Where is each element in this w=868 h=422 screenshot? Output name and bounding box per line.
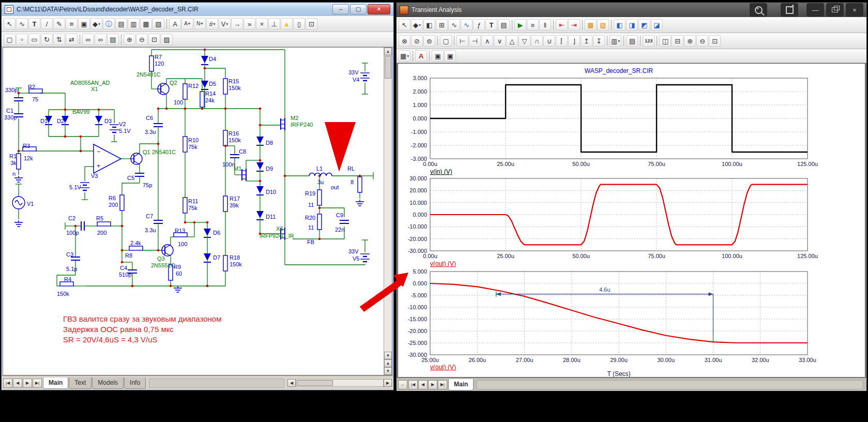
inflection-button[interactable]: ∩ bbox=[531, 35, 543, 47]
tab-main[interactable]: Main bbox=[448, 379, 474, 390]
go-up-button[interactable]: ↥ bbox=[581, 35, 592, 47]
scroll-down-button[interactable]: ▼ bbox=[384, 352, 392, 359]
image-button[interactable]: ▤ bbox=[115, 18, 127, 29]
last-tab-button[interactable]: ▶| bbox=[33, 379, 42, 388]
prev-tab-button[interactable]: ◀ bbox=[13, 379, 22, 388]
round-button[interactable]: ∪ bbox=[543, 35, 555, 47]
tile-horizontal-button[interactable]: ◧ bbox=[614, 19, 626, 31]
horizontal-scroll-track[interactable] bbox=[296, 379, 384, 387]
node-numbers-toggle[interactable]: N+ bbox=[194, 18, 206, 29]
graphics-mode[interactable]: ✎ bbox=[53, 18, 65, 29]
go-down-button[interactable]: ↧ bbox=[593, 35, 605, 47]
box-tool-button[interactable]: ▭ bbox=[28, 34, 40, 45]
zoom-scale-button[interactable]: ⊡ bbox=[148, 34, 160, 45]
zoom-overlay-button[interactable] bbox=[750, 3, 767, 17]
clipboard-dropdown[interactable]: ▥▾ bbox=[610, 35, 621, 47]
find-part-button[interactable]: ⊡ bbox=[306, 18, 317, 29]
flip-vertical-button[interactable]: ⇅ bbox=[53, 34, 65, 45]
flip-horizontal-button[interactable]: ⇄ bbox=[66, 34, 78, 45]
numeric-output-button[interactable]: 123 bbox=[643, 35, 654, 47]
find-button[interactable]: ∞ bbox=[82, 34, 94, 45]
high-button[interactable]: △ bbox=[506, 35, 518, 47]
cursor-right-button[interactable]: ⇥ bbox=[568, 19, 580, 31]
layer-front-button[interactable]: ▣ bbox=[432, 50, 444, 62]
low-button[interactable]: ▽ bbox=[519, 35, 530, 47]
cursor-x-button[interactable]: ⊗ bbox=[399, 35, 410, 47]
splitter-button[interactable]: – bbox=[398, 380, 407, 389]
zoom-out-button[interactable]: ⊖ bbox=[136, 34, 148, 45]
zoom-auto-button[interactable]: ⊡ bbox=[709, 35, 721, 47]
layer-back-button[interactable]: ▣ bbox=[444, 50, 456, 62]
scroll-left-button[interactable]: ◀ bbox=[287, 379, 296, 387]
graphics-dropdown[interactable]: ◆▾ bbox=[411, 19, 423, 31]
analysis-plot-area[interactable]: 3.0002.0001.0000.000-1.000-2.000-3.0000.… bbox=[398, 63, 865, 378]
scroll-right-button[interactable]: ▶ bbox=[384, 379, 392, 387]
power-toggle[interactable]: » bbox=[243, 18, 255, 29]
horizontal-scroll-thumb[interactable] bbox=[297, 380, 333, 386]
cursor-mode[interactable]: ∿ bbox=[448, 19, 460, 31]
tile-vertical-button[interactable]: ◨ bbox=[626, 19, 638, 31]
minimize-overlay-button[interactable]: — bbox=[806, 3, 824, 17]
attribute-text-toggle[interactable]: A bbox=[169, 18, 181, 29]
previous-point-button[interactable]: ⊣ bbox=[469, 35, 481, 47]
peak-button[interactable]: ∧ bbox=[481, 35, 493, 47]
zoom-in-button[interactable]: ⊕ bbox=[684, 35, 696, 47]
select-tool[interactable]: ↖ bbox=[4, 18, 16, 29]
form-button[interactable]: ▥ bbox=[128, 18, 140, 29]
schematic-canvas[interactable]: −+R7120D4D52N5401CQ2R12100R1424kR15150kA… bbox=[3, 47, 392, 375]
goto-button[interactable]: ▤ bbox=[107, 34, 119, 45]
formula-text-mode[interactable]: ƒ bbox=[473, 19, 485, 31]
stop-button[interactable]: ■ bbox=[527, 19, 539, 31]
text-mode[interactable]: T bbox=[485, 19, 497, 31]
maximize-button[interactable]: ▢ bbox=[350, 4, 367, 14]
schematic-horizontal-scrollbar[interactable]: ◀ ▶ bbox=[287, 379, 392, 387]
current-toggle[interactable]: → bbox=[231, 18, 243, 29]
close-overlay-button[interactable]: × bbox=[846, 3, 863, 17]
waveform-b-button[interactable]: ⊟ bbox=[672, 35, 683, 47]
vertical-scroll-track[interactable] bbox=[384, 79, 392, 352]
tab-models[interactable]: Models bbox=[92, 378, 124, 389]
bus-mode[interactable]: ≡ bbox=[66, 18, 78, 29]
properties-button[interactable]: ▤ bbox=[498, 19, 510, 31]
waveform-a-button[interactable]: ◫ bbox=[659, 35, 671, 47]
top-button[interactable]: ⌈ bbox=[556, 35, 568, 47]
pause-button[interactable]: ‖ bbox=[539, 19, 551, 31]
preview-button[interactable]: ▨ bbox=[161, 34, 173, 45]
minimize-button[interactable]: – bbox=[332, 4, 349, 14]
condition-toggle[interactable]: × bbox=[256, 18, 268, 29]
tab-main[interactable]: Main bbox=[43, 378, 68, 389]
run-button[interactable]: ▶ bbox=[514, 19, 526, 31]
first-tab-button[interactable]: |◀ bbox=[408, 380, 418, 389]
grid-dropdown[interactable]: ▦▾ bbox=[399, 50, 410, 62]
picture-mode[interactable]: ▣ bbox=[78, 18, 90, 29]
scroll-up-button[interactable]: ▲ bbox=[384, 48, 392, 55]
pin-connections-toggle[interactable]: #▾ bbox=[206, 18, 218, 29]
schematic-vertical-scrollbar[interactable]: ▲ ▼ ▲ ▼ bbox=[384, 48, 392, 375]
tab-text[interactable]: Text bbox=[69, 378, 92, 389]
page-up-button[interactable]: ▲ bbox=[384, 359, 392, 367]
zoom-box-mode[interactable]: ◧ bbox=[423, 19, 435, 31]
valley-button[interactable]: ∨ bbox=[494, 35, 506, 47]
zoom-out-button[interactable]: ⊖ bbox=[696, 35, 708, 47]
maximize-plot-button[interactable]: ◪ bbox=[651, 19, 663, 31]
note-button[interactable]: ▧ bbox=[153, 18, 164, 29]
line-mode[interactable]: / bbox=[41, 18, 53, 29]
report-button[interactable]: ▤ bbox=[626, 35, 638, 47]
sheet-button[interactable]: ▦ bbox=[140, 18, 152, 29]
page-down-button[interactable]: ▼ bbox=[384, 367, 392, 375]
cursor-tag-button[interactable]: ⊜ bbox=[423, 35, 435, 47]
select-tool[interactable]: ↖ bbox=[399, 19, 410, 31]
node-voltages-toggle[interactable]: V▾ bbox=[219, 18, 231, 29]
tag-horizontal-mode[interactable]: ∿ bbox=[461, 19, 473, 31]
new-page-button[interactable]: ▯ bbox=[293, 18, 305, 29]
tab-info[interactable]: Info bbox=[124, 378, 146, 389]
properties-button[interactable]: ▢ bbox=[4, 34, 16, 45]
plot-properties-button[interactable]: ▢ bbox=[440, 35, 452, 47]
first-tab-button[interactable]: |◀ bbox=[3, 379, 12, 388]
pan-mode[interactable]: ⊞ bbox=[436, 19, 448, 31]
text-mode[interactable]: T bbox=[28, 18, 40, 29]
rotate-button[interactable]: ↻ bbox=[41, 34, 53, 45]
prev-tab-button[interactable]: ◀ bbox=[418, 380, 428, 389]
cursor-y-button[interactable]: ⊘ bbox=[411, 35, 423, 47]
zoom-in-button[interactable]: ⊕ bbox=[124, 34, 135, 45]
